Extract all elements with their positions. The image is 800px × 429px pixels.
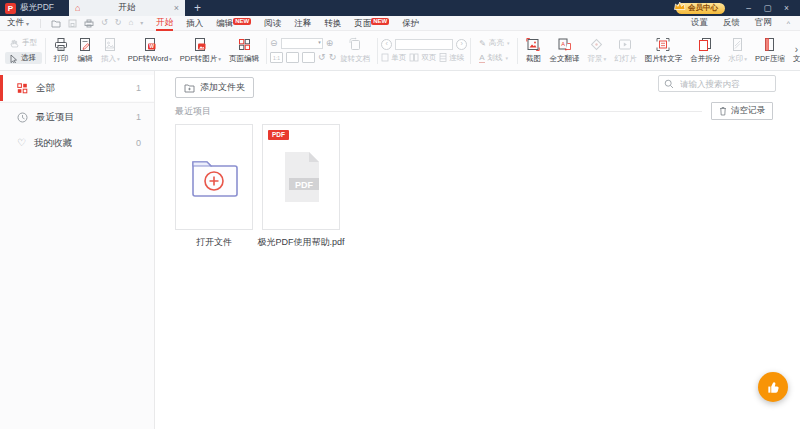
image-to-text-button[interactable]: 图片转文字	[641, 37, 687, 64]
open-file-card[interactable]: 打开文件	[175, 124, 253, 230]
divider	[45, 38, 46, 64]
search-input[interactable]	[678, 78, 770, 90]
open-file-icon[interactable]	[51, 19, 61, 28]
pointer-tools: 手型 选择	[5, 37, 42, 64]
settings-button[interactable]: 设置	[691, 17, 708, 29]
rotate-right-icon[interactable]: ↻	[329, 53, 337, 62]
annotate-group: ✎ 高亮 ▾ A 划线 ▾	[474, 37, 514, 64]
actual-size-button[interactable]: 1:1	[270, 52, 283, 63]
rotate-document-button[interactable]: 旋转文档	[336, 37, 374, 64]
pdf-compress-button[interactable]: PDF压缩	[751, 37, 789, 64]
maximize-button[interactable]: ▢	[758, 0, 777, 16]
zoom-level-select[interactable]: ▾	[281, 38, 323, 49]
feedback-fab-button[interactable]	[758, 372, 788, 402]
member-center-button[interactable]: 会员中心	[676, 3, 725, 14]
zoom-in-icon[interactable]: ⊕	[326, 39, 334, 48]
file-menu[interactable]: 文件 ▾	[7, 17, 29, 29]
home-nav-icon[interactable]: ⌂	[128, 19, 133, 27]
zoom-group: ⊖ ▾ ⊕ 1:1 ↺ ↻	[270, 38, 336, 63]
tab-page[interactable]: 页面NEW	[354, 17, 389, 30]
screenshot-button[interactable]: 截图	[521, 37, 545, 64]
feedback-button[interactable]: 反馈	[723, 17, 740, 29]
section-title: 最近项目	[175, 105, 211, 118]
save-icon[interactable]	[68, 19, 77, 28]
search-box	[658, 75, 776, 92]
merge-split-button[interactable]: 合并拆分	[686, 37, 724, 64]
sidebar-item-label: 全部	[36, 82, 55, 95]
tab-insert[interactable]: 插入	[186, 17, 203, 30]
single-page-button[interactable]: 单页	[381, 53, 406, 63]
insert-button[interactable]: 插入▾	[97, 37, 124, 64]
underline-button[interactable]: A 划线 ▾	[474, 52, 514, 64]
hand-tool-button[interactable]: 手型	[5, 37, 42, 49]
chevron-down-icon: ▾	[117, 56, 120, 62]
tab-close-icon[interactable]: ×	[174, 4, 179, 13]
slideshow-icon	[617, 37, 633, 52]
new-badge: NEW	[233, 18, 251, 25]
app-name: 极光PDF	[20, 2, 54, 14]
tab-protect[interactable]: 保护	[402, 17, 419, 30]
quick-access-icons: ↺ ↻ ⌂ ▾	[40, 19, 143, 28]
clear-records-button[interactable]: 清空记录	[711, 102, 773, 120]
sidebar-item-all[interactable]: 全部 1	[0, 75, 154, 101]
sidebar-item-recent[interactable]: 最近项目 1	[0, 104, 154, 130]
undo-icon[interactable]: ↺	[101, 19, 108, 27]
tab-start[interactable]: 开始	[156, 16, 173, 31]
recent-file-card[interactable]: PDF PDF 极光PDF使用帮助.pdf	[262, 124, 340, 230]
new-tab-button[interactable]: +	[194, 2, 201, 14]
divider	[220, 111, 702, 112]
tab-comment[interactable]: 注释	[294, 17, 311, 30]
next-page-icon[interactable]: ›	[456, 39, 467, 50]
minimize-button[interactable]: –	[739, 0, 758, 16]
watermark-icon	[730, 37, 745, 52]
menu-bar: 文件 ▾ ↺ ↻ ⌂ ▾ 开始 插入 编辑NEW 阅读 注释 转换 页面NEW …	[0, 16, 800, 31]
background-button[interactable]: 背景▾	[583, 37, 610, 64]
document-tab[interactable]: ⌂ 开始 ×	[69, 0, 185, 16]
tab-convert[interactable]: 转换	[324, 17, 341, 30]
select-tool-button[interactable]: 选择	[5, 52, 42, 64]
watermark-button[interactable]: 水印▾	[724, 37, 751, 64]
toolbar-overflow-icon[interactable]: ›	[795, 44, 798, 55]
divider	[377, 38, 378, 64]
tab-read[interactable]: 阅读	[264, 17, 281, 30]
edit-document-icon	[77, 37, 93, 52]
print-icon[interactable]	[84, 19, 94, 28]
customize-toolbar-icon[interactable]: ▾	[140, 20, 143, 26]
page-edit-button[interactable]: 页面编辑	[225, 37, 263, 64]
sidebar-item-label: 我的收藏	[34, 137, 72, 150]
recent-section-header: 最近项目 清空记录	[175, 102, 773, 120]
pdf-to-image-button[interactable]: PDF转图片▾	[176, 37, 225, 64]
pdf-to-image-icon	[192, 37, 208, 52]
highlight-button[interactable]: ✎ 高亮 ▾	[474, 37, 514, 49]
thumbs-up-icon	[766, 380, 781, 395]
print-button[interactable]: 打印	[49, 37, 73, 64]
main-area: 添加文件夹 最近项目 清空记录 打开文件	[156, 71, 800, 429]
redo-icon[interactable]: ↻	[115, 19, 122, 27]
sidebar-item-favorites[interactable]: ♡ 我的收藏 0	[0, 130, 154, 156]
crown-icon	[673, 1, 686, 12]
continuous-button[interactable]: 连续	[439, 53, 464, 63]
collapse-ribbon-icon[interactable]: ^	[787, 20, 790, 27]
pdf-to-word-button[interactable]: W PDF转Word▾	[124, 37, 176, 64]
previous-page-icon[interactable]: ‹	[381, 39, 392, 50]
edit-button[interactable]: 编辑	[73, 37, 97, 64]
close-button[interactable]: ×	[777, 0, 796, 16]
chevron-down-icon: ▾	[507, 40, 510, 46]
chevron-down-icon: ▾	[603, 56, 606, 62]
page-number-input[interactable]	[395, 39, 453, 50]
double-page-button[interactable]: 双页	[409, 53, 436, 63]
fit-page-button[interactable]	[302, 52, 315, 63]
file-menu-label: 文件	[7, 17, 24, 29]
divider	[470, 38, 471, 64]
slideshow-button[interactable]: 幻灯片	[610, 37, 641, 64]
add-folder-button[interactable]: 添加文件夹	[175, 77, 254, 98]
zoom-out-icon[interactable]: ⊖	[270, 39, 278, 48]
fit-width-button[interactable]	[286, 52, 299, 63]
double-page-icon	[409, 53, 419, 62]
rotate-left-icon[interactable]: ↺	[318, 53, 326, 62]
tab-edit[interactable]: 编辑NEW	[216, 17, 251, 30]
official-site-button[interactable]: 官网	[755, 17, 772, 29]
sidebar-item-label: 最近项目	[36, 111, 74, 124]
translate-button[interactable]: A 全文翻译	[545, 37, 583, 64]
toolbar: 手型 选择 打印 编辑 插入▾ W PDF转Word▾ PDF转图片▾	[0, 31, 800, 71]
